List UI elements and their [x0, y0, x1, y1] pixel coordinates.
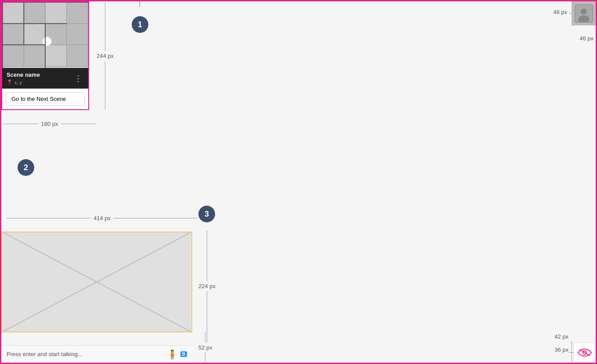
- dim-224-container: 224 px: [198, 230, 216, 342]
- scene-coords: 📍 x, y: [7, 79, 40, 85]
- dim-180-line-left: [4, 124, 38, 124]
- dim-52-line-bottom: [205, 353, 205, 363]
- svg-rect-10: [67, 24, 88, 45]
- dim-224-label: 224 px: [198, 283, 216, 289]
- avatar-panel: [572, 1, 596, 25]
- dim-42-label: 42 px: [554, 333, 568, 340]
- dim-36-label: 36 px: [554, 346, 568, 353]
- eye-panel[interactable]: [574, 343, 596, 363]
- scene-thumbnail: [2, 2, 88, 68]
- go-next-scene-button[interactable]: Go to the Next Scene: [6, 92, 85, 106]
- scene-title: Scene name: [7, 71, 40, 78]
- dim-244-label: 244 px: [97, 53, 114, 59]
- dim-52-label: 52 px: [198, 344, 212, 351]
- dim-224-line-top: [207, 230, 207, 281]
- svg-rect-7: [3, 24, 24, 45]
- dim-52-container: 52 px: [198, 332, 212, 363]
- guide-line-vertical-top: [140, 0, 140, 7]
- dim-52-line-top: [205, 332, 205, 343]
- scene-info-bar: Scene name 📍 x, y ⋮: [2, 68, 88, 89]
- scene-info-left: Scene name 📍 x, y: [7, 71, 40, 85]
- badge-2: 2: [18, 159, 34, 176]
- svg-rect-4: [24, 2, 45, 24]
- bottom-bar: Press enter and start talking... 🧍 B: [1, 345, 192, 363]
- svg-point-26: [581, 8, 587, 14]
- dim-414-line-left: [7, 218, 91, 218]
- dim-414-container: 414 px: [7, 215, 198, 221]
- location-pin-icon: 📍: [7, 79, 13, 85]
- bottom-bar-icons: 🧍 B: [167, 349, 187, 360]
- dim-180-label: 180 px: [41, 121, 58, 127]
- image-placeholder: [1, 232, 192, 332]
- scene-menu-button[interactable]: ⋮: [72, 73, 84, 84]
- main-canvas: Scene name 📍 x, y ⋮ Go to the Next Scene…: [0, 0, 597, 364]
- svg-rect-14: [67, 45, 88, 66]
- svg-rect-11: [3, 45, 24, 66]
- dim-180-container: 180 px: [4, 121, 96, 127]
- dim-414-label: 414 px: [94, 215, 111, 221]
- dim-42-line: [572, 341, 572, 363]
- dim-244-line-bottom: [105, 61, 105, 110]
- svg-rect-6: [67, 2, 88, 24]
- bottom-bar-placeholder: Press enter and start talking...: [7, 351, 83, 357]
- dim-46-top-label: 46 px: [553, 9, 567, 15]
- dim-244-line-top: [105, 2, 105, 51]
- dim-46-right-label: 46 px: [579, 35, 593, 42]
- svg-rect-12: [24, 45, 45, 66]
- badge-b: B: [180, 351, 187, 357]
- dim-414-line-right: [113, 218, 198, 218]
- dim-244-container: 244 px: [97, 2, 114, 110]
- avatar-icon: [575, 4, 593, 23]
- person-icon: 🧍: [167, 349, 178, 360]
- scene-panel: Scene name 📍 x, y ⋮ Go to the Next Scene: [1, 1, 89, 110]
- badge-3: 3: [198, 206, 215, 222]
- dim-180-line-right: [61, 124, 96, 124]
- badge-1: 1: [132, 16, 148, 33]
